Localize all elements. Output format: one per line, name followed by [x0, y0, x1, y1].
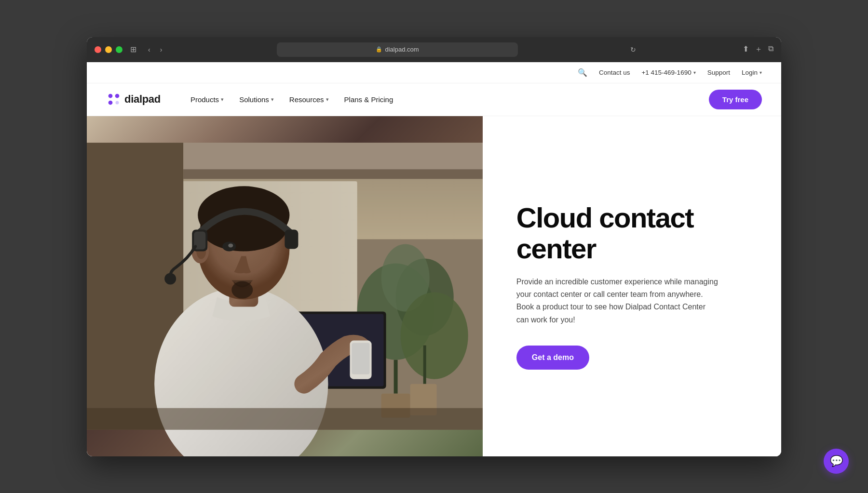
phone-dropdown-arrow: ▾	[693, 70, 696, 75]
hero-title: Cloud contact center	[516, 202, 752, 264]
phone-number[interactable]: +1 415-469-1690 ▾	[641, 69, 695, 76]
minimize-button[interactable]	[105, 46, 112, 53]
nav-products[interactable]: Products ▾	[184, 92, 231, 107]
back-button[interactable]: ‹	[146, 45, 152, 54]
nav-solutions[interactable]: Solutions ▾	[232, 92, 281, 107]
hero-description: Provide an incredible customer experienc…	[516, 276, 719, 327]
logo-text: dialpad	[124, 93, 161, 106]
maximize-button[interactable]	[116, 46, 122, 53]
browser-actions: ⬆ ＋ ⧉	[743, 44, 773, 54]
chat-widget[interactable]: 💬	[824, 449, 849, 474]
svg-point-1	[115, 94, 120, 98]
logo[interactable]: dialpad	[106, 93, 161, 106]
svg-point-0	[108, 94, 113, 98]
hero-photo	[87, 116, 483, 456]
share-icon[interactable]: ⬆	[743, 44, 749, 54]
search-icon[interactable]: 🔍	[578, 68, 587, 77]
new-tab-icon[interactable]: ＋	[755, 44, 762, 54]
solutions-chevron-icon: ▾	[271, 96, 274, 103]
tabs-icon[interactable]: ⧉	[768, 44, 773, 54]
nav-pricing[interactable]: Plans & Pricing	[338, 92, 400, 107]
sidebar-toggle-icon[interactable]: ⊞	[130, 45, 136, 54]
lock-icon: 🔒	[376, 46, 382, 53]
hero-section: Cloud contact center Provide an incredib…	[87, 116, 781, 456]
support-link[interactable]: Support	[707, 69, 730, 76]
hero-image	[87, 116, 483, 456]
refresh-button[interactable]: ↻	[630, 46, 636, 53]
address-bar[interactable]: 🔒 dialpad.com	[277, 42, 518, 57]
forward-button[interactable]: ›	[158, 45, 164, 54]
svg-rect-39	[87, 143, 483, 430]
svg-point-3	[116, 101, 119, 105]
url-text: dialpad.com	[385, 46, 419, 53]
browser-window: ⊞ ‹ › 🔒 dialpad.com ↻ ⬆ ＋ ⧉ 🔍 Contact us…	[87, 37, 781, 456]
contact-us-link[interactable]: Contact us	[599, 69, 630, 76]
nav-links: Products ▾ Solutions ▾ Resources ▾ Plans…	[184, 92, 709, 107]
get-demo-button[interactable]: Get a demo	[516, 346, 589, 370]
logo-icon	[106, 93, 122, 106]
close-button[interactable]	[95, 46, 101, 53]
try-free-button[interactable]: Try free	[709, 90, 762, 109]
title-bar: ⊞ ‹ › 🔒 dialpad.com ↻ ⬆ ＋ ⧉	[87, 37, 781, 62]
products-chevron-icon: ▾	[221, 96, 224, 103]
utility-bar: 🔍 Contact us +1 415-469-1690 ▾ Support L…	[87, 62, 781, 83]
browser-controls: ⊞ ‹ ›	[130, 45, 164, 54]
resources-chevron-icon: ▾	[326, 96, 329, 103]
login-button[interactable]: Login ▾	[742, 69, 762, 76]
main-nav: dialpad Products ▾ Solutions ▾ Resources…	[87, 83, 781, 116]
nav-resources[interactable]: Resources ▾	[283, 92, 336, 107]
hero-content: Cloud contact center Provide an incredib…	[483, 116, 781, 456]
login-dropdown-arrow: ▾	[760, 70, 762, 75]
traffic-lights	[95, 46, 122, 53]
website: 🔍 Contact us +1 415-469-1690 ▾ Support L…	[87, 62, 781, 456]
svg-point-2	[108, 101, 113, 105]
chat-icon: 💬	[830, 455, 843, 467]
